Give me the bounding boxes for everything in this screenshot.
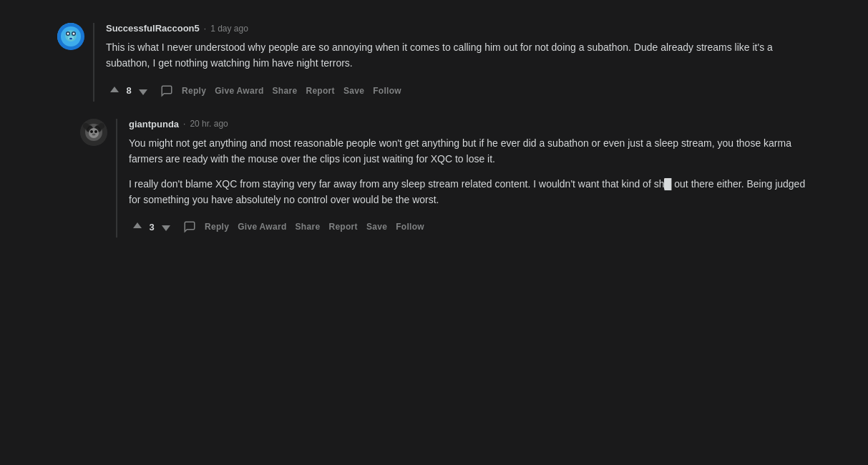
share-button[interactable]: Share <box>293 217 323 236</box>
comment-username: giantpunda <box>129 119 179 129</box>
comment-thread: SuccessfulRaccoon5 · 1 day ago This is w… <box>57 14 811 243</box>
vote-count: 8 <box>126 85 132 96</box>
comment-actions: 3 Reply Give Award <box>129 216 811 238</box>
comment-icon-button[interactable] <box>180 216 199 238</box>
comment-item: giantpunda · 20 hr. ago You might not ge… <box>80 107 811 244</box>
downvote-icon <box>160 221 172 232</box>
svg-point-14 <box>90 130 93 133</box>
report-button[interactable]: Report <box>326 217 360 236</box>
svg-point-13 <box>89 128 99 138</box>
comment-header: giantpunda · 20 hr. ago <box>129 119 811 129</box>
upvote-button[interactable] <box>129 218 146 235</box>
svg-point-5 <box>67 33 69 35</box>
comment-header: SuccessfulRaccoon5 · 1 day ago <box>106 23 811 34</box>
svg-point-2 <box>65 30 77 41</box>
vote-section: 8 <box>106 82 152 99</box>
svg-point-6 <box>73 33 75 35</box>
save-button[interactable]: Save <box>341 82 367 100</box>
comment-body: giantpunda · 20 hr. ago You might not ge… <box>116 119 811 238</box>
comment-text: This is what I never understood why peop… <box>106 39 811 72</box>
upvote-button[interactable] <box>106 82 123 99</box>
share-button[interactable]: Share <box>270 82 301 100</box>
give-award-button[interactable]: Give Award <box>212 82 266 100</box>
upvote-icon <box>132 221 143 232</box>
comment-timestamp: 1 day ago <box>210 24 248 34</box>
upvote-icon <box>109 85 120 97</box>
comment-body: SuccessfulRaccoon5 · 1 day ago This is w… <box>93 23 811 102</box>
comment-item: SuccessfulRaccoon5 · 1 day ago This is w… <box>57 14 811 107</box>
report-button[interactable]: Report <box>303 82 337 100</box>
comment-bubble-icon <box>183 220 196 233</box>
vote-section: 3 <box>129 218 175 235</box>
comment-paragraph-2: I really don't blame XQC from staying ve… <box>129 176 811 208</box>
svg-point-8 <box>69 38 72 39</box>
comment-paragraph-1: You might not get anything and most reas… <box>129 135 811 167</box>
reply-button[interactable]: Reply <box>202 217 232 236</box>
save-button[interactable]: Save <box>364 217 390 236</box>
comment-actions: 8 Reply Give Award <box>106 80 811 102</box>
downvote-button[interactable] <box>135 82 152 99</box>
reply-button[interactable]: Reply <box>179 82 209 100</box>
avatar <box>80 119 107 146</box>
svg-point-15 <box>94 130 97 133</box>
give-award-button[interactable]: Give Award <box>235 217 289 236</box>
censored-text: █ <box>664 178 671 190</box>
avatar <box>57 23 84 50</box>
comment-text: You might not get anything and most reas… <box>129 135 811 208</box>
downvote-icon <box>137 85 149 97</box>
svg-point-16 <box>92 133 96 135</box>
comment-username: SuccessfulRaccoon5 <box>106 23 200 34</box>
downvote-button[interactable] <box>157 218 175 235</box>
follow-button[interactable]: Follow <box>370 82 404 100</box>
comment-icon-button[interactable] <box>157 80 176 102</box>
follow-button[interactable]: Follow <box>393 217 427 236</box>
comment-bubble-icon <box>160 84 173 97</box>
comment-timestamp: 20 hr. ago <box>190 119 228 129</box>
vote-count: 3 <box>149 222 155 232</box>
